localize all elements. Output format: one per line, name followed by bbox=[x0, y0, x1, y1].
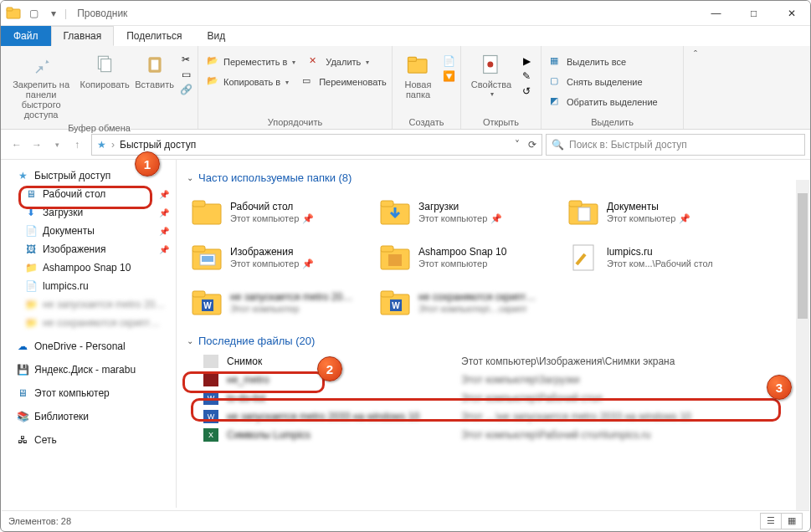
sidebar-quick-access[interactable]: ★ Быстрый доступ bbox=[1, 166, 176, 185]
select-all-button[interactable]: ▦Выделить все bbox=[547, 54, 678, 69]
invert-selection-button[interactable]: ◩Обратить выделение bbox=[547, 95, 678, 110]
folder-icon: 📁 bbox=[24, 261, 38, 274]
pictures-icon: 🖼 bbox=[24, 243, 38, 256]
delete-button[interactable]: ✕Удалить▾ bbox=[305, 54, 372, 69]
history-icon[interactable]: ↺ bbox=[520, 84, 533, 98]
svg-rect-18 bbox=[192, 246, 205, 252]
folder-tile-ashampoo[interactable]: Ashampoo Snap 10Этот компьютер bbox=[375, 238, 563, 278]
svg-rect-30 bbox=[381, 291, 393, 297]
downloads-icon: ⬇ bbox=[24, 206, 38, 219]
folder-tile-documents[interactable]: ДокументыЭтот компьютер📌 bbox=[563, 192, 752, 233]
forward-button[interactable]: → bbox=[29, 139, 44, 151]
new-item-icon[interactable]: 📄 bbox=[442, 54, 455, 68]
qat-item[interactable]: ▾ bbox=[44, 4, 63, 23]
svg-rect-16 bbox=[578, 207, 590, 221]
paste-button[interactable]: Вставить bbox=[133, 49, 176, 91]
copy-button[interactable]: Копировать bbox=[80, 49, 130, 91]
scrollbar-thumb[interactable] bbox=[798, 193, 808, 319]
pin-icon: 📌 bbox=[490, 213, 502, 224]
up-button[interactable]: ↑ bbox=[69, 139, 85, 151]
pin-icon: 📌 bbox=[159, 245, 169, 254]
folder-tile-desktop[interactable]: Рабочий столЭтот компьютер📌 bbox=[187, 192, 375, 233]
quick-access-icon: ★ bbox=[97, 139, 106, 151]
new-folder-icon bbox=[405, 51, 432, 78]
tab-share[interactable]: Поделиться bbox=[114, 26, 194, 46]
sidebar-item-lumpics[interactable]: 📄lumpics.ru bbox=[1, 277, 176, 295]
cut-icon[interactable]: ✂ bbox=[179, 53, 192, 66]
open-icon[interactable]: ▶ bbox=[520, 54, 533, 68]
sidebar-network[interactable]: 🖧Сеть bbox=[1, 431, 176, 449]
paste-shortcut-icon[interactable]: 🔗 bbox=[179, 83, 192, 96]
folder-tile-pictures[interactable]: ИзображенияЭтот компьютер📌 bbox=[187, 238, 375, 278]
image-file-icon bbox=[203, 355, 218, 368]
new-folder-button[interactable]: Новая папка bbox=[398, 49, 439, 101]
sidebar-item-pictures[interactable]: 🖼Изображения📌 bbox=[1, 240, 176, 258]
move-to-button[interactable]: 📂Переместить в▾ bbox=[203, 54, 299, 69]
recent-file-blurred[interactable]: Wto-do-listЭтот компьютер\Рабочий стол bbox=[187, 389, 800, 407]
svg-rect-3 bbox=[101, 59, 111, 72]
libraries-icon: 📚 bbox=[16, 410, 29, 423]
folder-tile-blurred[interactable]: W не сохраняются скрипт…Этот компьютер\…… bbox=[375, 283, 563, 323]
refresh-button[interactable]: ⟳ bbox=[528, 139, 536, 151]
select-all-icon: ▦ bbox=[550, 55, 563, 69]
recent-file-blurred[interactable]: не_metroЭтот компьютер\Загрузки bbox=[187, 371, 800, 389]
sidebar-item-blurred[interactable]: 📁не сохраняются скрипт… bbox=[1, 314, 176, 332]
recent-locations-button[interactable]: ▾ bbox=[49, 141, 64, 149]
svg-rect-10 bbox=[192, 204, 221, 224]
group-label-new: Создать bbox=[398, 115, 455, 127]
address-bar[interactable]: ★ › Быстрый доступ ˅ ⟳ bbox=[91, 134, 542, 156]
back-button[interactable]: ← bbox=[9, 139, 24, 151]
folder-tile-downloads[interactable]: ЗагрузкиЭтот компьютер📌 bbox=[375, 192, 563, 233]
recent-file-snimok[interactable]: Снимок Этот компьютер\Изображения\Снимки… bbox=[187, 352, 800, 371]
tab-file[interactable]: Файл bbox=[1, 26, 51, 46]
sidebar-item-documents[interactable]: 📄Документы📌 bbox=[1, 222, 176, 240]
copy-to-button[interactable]: 📂Копировать в▾ bbox=[203, 74, 292, 90]
close-button[interactable]: ✕ bbox=[773, 1, 810, 26]
collapse-ribbon-button[interactable]: ˆ bbox=[684, 46, 707, 129]
details-view-button[interactable]: ☰ bbox=[760, 513, 782, 529]
svg-rect-5 bbox=[151, 60, 158, 70]
sidebar-item-ashampoo[interactable]: 📁Ashampoo Snap 10 bbox=[1, 258, 176, 277]
easy-access-icon[interactable]: 🔽 bbox=[442, 69, 455, 83]
large-icons-view-button[interactable]: ▦ bbox=[781, 513, 803, 529]
invert-icon: ◩ bbox=[550, 95, 563, 109]
tab-view[interactable]: Вид bbox=[194, 26, 238, 46]
frequent-folders-header[interactable]: ⌄ Часто используемые папки (8) bbox=[187, 166, 800, 189]
maximize-button[interactable]: □ bbox=[735, 1, 773, 26]
folder-tile-lumpics[interactable]: lumpics.ruЭтот ком...\Рабочий стол bbox=[563, 238, 752, 278]
pin-icon: 📌 bbox=[159, 227, 169, 236]
sidebar-this-pc[interactable]: 🖥Этот компьютер bbox=[1, 384, 176, 402]
recent-files-header[interactable]: ⌄ Последние файлы (20) bbox=[187, 330, 800, 352]
sidebar-libraries[interactable]: 📚Библиотеки bbox=[1, 407, 176, 426]
sidebar-onedrive[interactable]: ☁OneDrive - Personal bbox=[1, 337, 176, 356]
minimize-button[interactable]: — bbox=[697, 1, 735, 26]
sidebar-item-desktop[interactable]: 🖥Рабочий стол📌 bbox=[1, 185, 176, 203]
rename-button[interactable]: ▭Переименовать bbox=[299, 74, 390, 90]
select-none-button[interactable]: ▢Снять выделение bbox=[547, 74, 678, 90]
sidebar-item-downloads[interactable]: ⬇Загрузки📌 bbox=[1, 203, 176, 222]
copy-to-icon: 📂 bbox=[207, 75, 220, 89]
folder-tile-blurred[interactable]: W не запускается metro 20…Этот компьютер bbox=[187, 283, 375, 323]
pin-quick-access-button[interactable]: Закрепить на панели быстрого доступа bbox=[6, 49, 76, 121]
window-title: Проводник bbox=[70, 8, 127, 19]
properties-button[interactable]: Свойства▾ bbox=[466, 49, 516, 100]
svg-rect-23 bbox=[388, 254, 402, 266]
search-box[interactable]: 🔍 Поиск в: Быстрый доступ bbox=[546, 134, 805, 156]
qat-item[interactable]: ▢ bbox=[24, 4, 43, 23]
address-drop-button[interactable]: ˅ bbox=[515, 139, 520, 151]
navigation-pane[interactable]: ★ Быстрый доступ 🖥Рабочий стол📌 ⬇Загрузк… bbox=[1, 160, 177, 508]
group-label-open: Открыть bbox=[466, 115, 536, 127]
frequent-folders-grid: Рабочий столЭтот компьютер📌 ЗагрузкиЭтот… bbox=[187, 189, 800, 330]
content-pane[interactable]: ⌄ Часто используемые папки (8) Рабочий с… bbox=[177, 160, 810, 508]
recent-file-blurred[interactable]: Wне запускается metro 2033 на windows 10… bbox=[187, 407, 800, 426]
sidebar-item-blurred[interactable]: 📁не запускается metro 20… bbox=[1, 295, 176, 314]
edit-icon[interactable]: ✎ bbox=[520, 69, 533, 83]
vertical-scrollbar[interactable] bbox=[796, 180, 809, 513]
folder-icon: W bbox=[190, 286, 223, 320]
copy-path-icon[interactable]: ▭ bbox=[179, 68, 192, 81]
tab-home[interactable]: Главная bbox=[51, 26, 115, 46]
sidebar-yandex[interactable]: 💾Яндекс.Диск - marabu bbox=[1, 361, 176, 379]
pin-icon: 📌 bbox=[679, 213, 690, 224]
recent-file-blurred[interactable]: XСимволы LumpicsЭтот компьютер\Рабочий с… bbox=[187, 426, 800, 444]
group-label-select: Выделить bbox=[547, 115, 678, 127]
